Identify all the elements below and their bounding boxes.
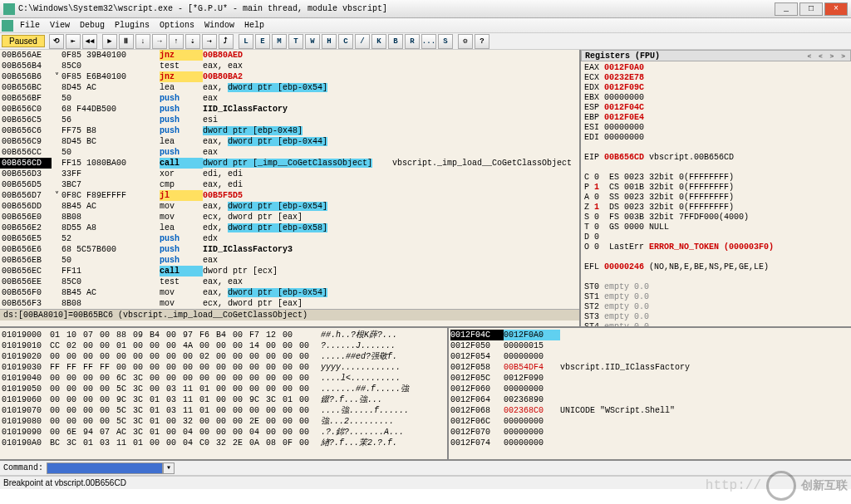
trace-over-button[interactable]: ⇢ <box>202 34 217 49</box>
disasm-row[interactable]: 00B656C9 8D45 BCleaeax, dword ptr [ebp-0… <box>0 136 579 147</box>
stack-row[interactable]: 0012F06400236890 <box>450 394 849 405</box>
hex-row[interactable]: 01019030FF FF FF FF 00 00 00 00 00 00 00… <box>2 362 445 373</box>
stack-row[interactable]: 0012F05000000015 <box>450 340 849 351</box>
disasm-row[interactable]: 00B656EE 85C0testeax, eax <box>0 276 579 287</box>
menu-window[interactable]: Window <box>199 21 239 30</box>
disasm-row[interactable]: 00B656DD 8B45 ACmoveax, dword ptr [ebp-0… <box>0 201 579 212</box>
disasm-row[interactable]: 00B656EC FF11calldword ptr [ecx] <box>0 266 579 276</box>
disasm-row[interactable]: 00B656B6˅0F85 E6B40100jnz00B80BA2 <box>0 71 579 82</box>
toolbar-h-button[interactable]: H <box>322 34 337 49</box>
toolbar-...-button[interactable]: ... <box>421 34 436 49</box>
hex-row[interactable]: 0101905000 00 00 00 5C 3C 00 03 11 01 00… <box>2 384 445 394</box>
stack-row[interactable]: 0012F06000000000 <box>450 384 849 394</box>
hexdump-panel[interactable]: 0101900001 10 07 00 88 09 B4 00 97 F6 B4… <box>0 328 449 459</box>
toolbar-t-button[interactable]: T <box>288 34 303 49</box>
hex-row[interactable]: 010190A0BC 3C 01 03 11 01 00 00 04 C0 32… <box>2 438 445 448</box>
toolbar-e-button[interactable]: E <box>255 34 270 49</box>
run-button[interactable]: ▶ <box>102 34 117 49</box>
about-button[interactable]: ? <box>475 34 489 49</box>
rewind-button[interactable]: ⇤ <box>66 34 81 49</box>
toolbar-l-button[interactable]: L <box>239 34 253 49</box>
toolbar-c-button[interactable]: C <box>338 34 353 49</box>
stack-row[interactable]: 0012F05400000000 <box>450 351 849 362</box>
registers-panel[interactable]: Registers (FPU) < < > > EAX 0012F0A0ECX … <box>581 50 851 326</box>
disasm-row[interactable]: 00B656BC 8D45 ACleaeax, dword ptr [ebp-0… <box>0 82 579 93</box>
disasm-row[interactable]: 00B656F3 8B08movecx, dword ptr [eax] <box>0 298 579 309</box>
hex-row[interactable]: 0101906000 00 00 00 9C 3C 01 03 11 01 00… <box>2 394 445 405</box>
registers-nav-icons[interactable]: < < > > <box>807 52 847 60</box>
settings-button[interactable]: ⚙ <box>458 34 473 49</box>
toolbar-m-button[interactable]: M <box>272 34 287 49</box>
disasm-row[interactable]: 00B656F0 8B45 ACmoveax, dword ptr [ebp-0… <box>0 287 579 298</box>
menu-bar: FileViewDebugPluginsOptionsWindowHelp <box>0 18 851 33</box>
disasm-row[interactable]: 00B656C5 56pushesi <box>0 115 579 125</box>
maximize-button[interactable]: □ <box>799 2 823 16</box>
hex-row[interactable]: 0101907000 00 00 00 5C 3C 01 03 11 01 00… <box>2 405 445 416</box>
menu-view[interactable]: View <box>45 21 75 30</box>
stack-row[interactable]: 0012F06C00000000 <box>450 416 849 427</box>
disasm-row[interactable]: 00B656D3 33FFxoredi, edi <box>0 169 579 179</box>
menu-options[interactable]: Options <box>155 21 199 30</box>
minimize-button[interactable]: _ <box>775 2 798 16</box>
disasm-row[interactable]: 00B656E2 8D55 A8leaedx, dword ptr [ebp-0… <box>0 223 579 233</box>
disasm-row[interactable]: 00B656D7˅0F8C F89EFFFFjl00B5F5D5 <box>0 190 579 201</box>
disassembly-panel[interactable]: 00B656AE 0F85 39B40100jnz00B80AED00B656B… <box>0 50 581 326</box>
disasm-row[interactable]: 00B656C6 FF75 B8pushdword ptr [ebp-0x48] <box>0 125 579 136</box>
menu-file[interactable]: File <box>15 21 45 30</box>
disasm-row[interactable]: 00B656AE 0F85 39B40100jnz00B80AED <box>0 50 579 61</box>
disasm-row[interactable]: 00B656C0 68 F44DB500pushIID_IClassFactor… <box>0 104 579 115</box>
hex-row[interactable]: 01019010CC 02 00 00 01 00 00 00 4A 00 00… <box>2 340 445 351</box>
window-title: C:\Windows\System32\wscript.exe - [*G.P.… <box>18 4 775 13</box>
toolbar: Paused ⟲ ⇤ ◀◀ ▶ ⏸ ↓ → ↑ ⇣ ⇢ ⤴ LEMTWHC/KB… <box>0 33 851 50</box>
stack-row[interactable]: 0012F05C0012F090 <box>450 373 849 384</box>
pause-button[interactable]: ⏸ <box>119 34 134 49</box>
hex-row[interactable]: 0101902000 00 00 00 00 00 00 00 00 02 00… <box>2 351 445 362</box>
stack-row[interactable]: 0012F068002368C0UNICODE "WScript.Shell" <box>450 405 849 416</box>
command-input[interactable] <box>47 462 163 474</box>
toolbar-r-button[interactable]: R <box>405 34 420 49</box>
stack-row[interactable]: 0012F05800B54DF4vbscript.IID_IClassFacto… <box>450 362 849 373</box>
toolbar-/-button[interactable]: / <box>355 34 370 49</box>
run-to-return-button[interactable]: ⤴ <box>219 34 234 49</box>
disasm-row[interactable]: 00B656E0 8B08movecx, dword ptr [eax] <box>0 212 579 223</box>
hex-row[interactable]: 0101908000 00 00 00 5C 3C 01 00 32 00 00… <box>2 416 445 427</box>
disasm-row[interactable]: 00B656D5 3BC7cmpeax, edi <box>0 179 579 190</box>
system-menu-icon[interactable] <box>2 20 13 32</box>
disasm-row[interactable]: 00B656CC 50pusheax <box>0 147 579 158</box>
registers-header: Registers (FPU) < < > > <box>581 50 851 61</box>
stack-panel[interactable]: 0012F04C0012F0A00012F050000000150012F054… <box>449 328 851 459</box>
toolbar-k-button[interactable]: K <box>371 34 386 49</box>
disasm-row[interactable]: 00B656B4 85C0testeax, eax <box>0 61 579 71</box>
toolbar-w-button[interactable]: W <box>305 34 320 49</box>
hex-row[interactable]: 0101900001 10 07 00 88 09 B4 00 97 F6 B4… <box>2 330 445 340</box>
hex-row[interactable]: 0101909000 6E 94 07 AC 3C 01 00 04 00 00… <box>2 427 445 438</box>
menu-plugins[interactable]: Plugins <box>110 21 155 30</box>
toolbar-s-button[interactable]: S <box>438 34 453 49</box>
stack-row[interactable]: 0012F07000000000 <box>450 427 849 438</box>
watermark: http:// 创新互联 <box>706 471 848 501</box>
restart-button[interactable]: ⟲ <box>49 34 64 49</box>
app-icon <box>3 3 15 15</box>
logo-icon <box>766 471 796 501</box>
disasm-row[interactable]: 00B656E6 68 5C57B600pushIID_IClassFactor… <box>0 244 579 255</box>
stack-row[interactable]: 0012F07400000000 <box>450 438 849 448</box>
command-dropdown-icon[interactable]: ▾ <box>163 462 175 474</box>
step-out-button[interactable]: ↑ <box>169 34 184 49</box>
disasm-row[interactable]: 00B656CD FF15 1080BA00calldword ptr [_im… <box>0 158 579 169</box>
close-button[interactable]: × <box>824 2 848 16</box>
disasm-row[interactable]: 00B656E5 52pushedx <box>0 233 579 244</box>
paused-badge: Paused <box>2 35 45 47</box>
menu-help[interactable]: Help <box>239 21 269 30</box>
disasm-row[interactable]: 00B656BF 50pusheax <box>0 93 579 104</box>
trace-into-button[interactable]: ⇣ <box>185 34 200 49</box>
registers-body[interactable]: EAX 0012F0A0ECX 00232E78EDX 0012F09CEBX … <box>581 61 851 326</box>
disasm-row[interactable]: 00B656EB 50pusheax <box>0 255 579 266</box>
step-back-button[interactable]: ◀◀ <box>82 34 97 49</box>
hex-row[interactable]: 0101904000 00 00 00 6C 3C 00 00 00 00 00… <box>2 373 445 384</box>
stack-row[interactable]: 0012F04C0012F0A0 <box>450 330 849 340</box>
step-over-button[interactable]: → <box>152 34 167 49</box>
step-into-button[interactable]: ↓ <box>135 34 150 49</box>
menu-debug[interactable]: Debug <box>75 21 110 30</box>
window-titlebar: C:\Windows\System32\wscript.exe - [*G.P.… <box>0 0 851 18</box>
toolbar-b-button[interactable]: B <box>388 34 403 49</box>
